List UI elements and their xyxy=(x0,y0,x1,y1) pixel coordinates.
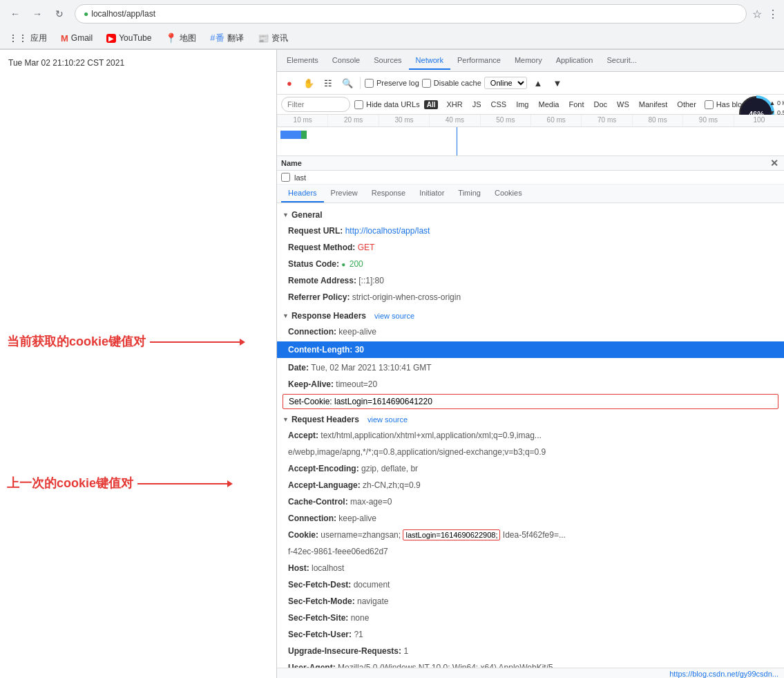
req-cookie-cont-row: f-42ec-9861-feee06ed62d7 xyxy=(277,543,784,560)
req-sec-fetch-site-row: Sec-Fetch-Site: none xyxy=(277,610,784,626)
filter-js[interactable]: JS xyxy=(468,99,486,110)
filter-input[interactable] xyxy=(281,97,350,112)
bookmarks-bar: ⋮⋮ 应用 M Gmail ▶ YouTube 📍 地图 #番 翻译 📰 资讯 xyxy=(0,28,784,49)
export-button[interactable]: ▼ xyxy=(549,75,566,91)
hide-data-urls-checkbox[interactable] xyxy=(354,100,363,109)
status-bar: https://blog.csdn.net/gy99csdn... xyxy=(277,668,784,678)
translate-icon: #番 xyxy=(210,32,224,44)
tab-performance[interactable]: Performance xyxy=(450,52,508,70)
arrow-line-2 xyxy=(137,483,227,484)
req-user-agent-row: User-Agent: Mozilla/5.0 (Windows NT 10.0… xyxy=(277,659,784,668)
tab-console[interactable]: Console xyxy=(325,52,367,70)
filter-font[interactable]: Font xyxy=(564,99,588,110)
hide-data-urls-label[interactable]: Hide data URLs xyxy=(354,100,420,109)
preserve-log-checkbox[interactable] xyxy=(365,79,374,88)
address-bar[interactable]: ● localhost/app/last xyxy=(75,4,747,23)
details-tab-timing[interactable]: Timing xyxy=(451,185,488,203)
details-tabs: Headers Preview Response Initiator Timin… xyxy=(277,185,784,203)
reload-button[interactable]: ↻ xyxy=(50,4,69,23)
filter-manifest[interactable]: Manifest xyxy=(635,99,672,110)
referrer-policy-row: Referrer Policy: strict-origin-when-cros… xyxy=(277,289,784,305)
has-blocked-checkbox[interactable] xyxy=(705,100,714,109)
bookmark-maps[interactable]: 📍 地图 xyxy=(162,31,199,46)
more-icon[interactable]: ⋮ xyxy=(767,8,778,21)
disable-cache-checkbox[interactable] xyxy=(422,79,431,88)
bookmark-icon[interactable]: ☆ xyxy=(752,8,762,21)
tab-application[interactable]: Application xyxy=(549,52,600,70)
tab-elements[interactable]: Elements xyxy=(280,52,325,70)
annotation-current-cookie: 当前获取的cookie键值对 xyxy=(7,333,245,350)
headers-content: General Request URL: http://localhost/ap… xyxy=(277,203,784,668)
request-headers-section: Request Headers view source Accept: text… xyxy=(277,412,784,668)
back-button[interactable]: ← xyxy=(6,4,25,23)
tab-network[interactable]: Network xyxy=(409,52,450,70)
request-url-row: Request URL: http://localhost/app/last xyxy=(277,223,784,239)
record-button[interactable]: ● xyxy=(281,75,298,91)
details-tab-cookies[interactable]: Cookies xyxy=(488,185,529,203)
annotation-text-1: 当前获取的cookie键值对 xyxy=(7,335,146,348)
mark-100ms: 100 xyxy=(734,115,784,126)
filter-ws[interactable]: WS xyxy=(613,99,633,110)
filter-bar: Hide data URLs All XHR JS CSS Img Media … xyxy=(277,95,784,115)
details-tab-initiator[interactable]: Initiator xyxy=(412,185,451,203)
devtools-panel: Elements Console Sources Network Perform… xyxy=(276,50,784,678)
filter-img[interactable]: Img xyxy=(512,99,533,110)
details-tab-headers[interactable]: Headers xyxy=(281,185,324,203)
page-timestamp: Tue Mar 02 21:10:22 CST 2021 xyxy=(8,58,268,68)
bookmark-news[interactable]: 📰 资讯 xyxy=(255,31,291,46)
tab-memory[interactable]: Memory xyxy=(508,52,549,70)
bookmark-apps[interactable]: ⋮⋮ 应用 xyxy=(6,31,50,46)
bookmark-label: 应用 xyxy=(30,32,47,44)
req-sec-fetch-mode-row: Sec-Fetch-Mode: navigate xyxy=(277,593,784,610)
resp-date-row: Date: Tue, 02 Mar 2021 13:10:41 GMT xyxy=(277,359,784,376)
req-accept-encoding-row: Accept-Encoding: gzip, deflate, br xyxy=(277,460,784,477)
filter-doc[interactable]: Doc xyxy=(589,99,611,110)
filter-css[interactable]: CSS xyxy=(487,99,511,110)
details-panel: Headers Preview Response Initiator Timin… xyxy=(277,185,784,678)
bookmark-translate[interactable]: #番 翻译 xyxy=(207,30,246,46)
general-section-title[interactable]: General xyxy=(277,207,784,223)
bookmark-gmail[interactable]: M Gmail xyxy=(58,32,95,45)
request-view-source[interactable]: view source xyxy=(367,415,408,424)
clear-button[interactable]: ✋ xyxy=(300,75,317,91)
response-view-source[interactable]: view source xyxy=(374,312,414,320)
filter-other[interactable]: Other xyxy=(673,99,700,110)
req-accept-cont-row: e/webp,image/apng,*/*;q=0.8,application/… xyxy=(277,444,784,460)
status-url: https://blog.csdn.net/gy99csdn... xyxy=(669,670,778,678)
mark-20ms: 20 ms xyxy=(327,115,378,126)
resp-connection-row: Connection: keep-alive xyxy=(277,323,784,340)
status-code-row: Status Code: ● 200 xyxy=(277,256,784,272)
disable-cache-label[interactable]: Disable cache xyxy=(422,79,481,88)
bookmark-label: YouTube xyxy=(119,33,151,43)
filter-button[interactable]: ☷ xyxy=(320,75,336,91)
throttle-select[interactable]: Online xyxy=(484,77,527,89)
address-protocol: ● xyxy=(84,9,88,19)
maps-icon: 📍 xyxy=(165,32,177,44)
mark-90ms: 90 ms xyxy=(682,115,733,126)
name-column-header: Name xyxy=(281,159,302,167)
details-tab-response[interactable]: Response xyxy=(365,185,413,203)
tab-sources[interactable]: Sources xyxy=(367,52,408,70)
req-sec-fetch-user-row: Sec-Fetch-User: ?1 xyxy=(277,626,784,643)
mark-50ms: 50 ms xyxy=(480,115,530,126)
request-headers-title[interactable]: Request Headers view source xyxy=(277,412,784,427)
bookmark-youtube[interactable]: ▶ YouTube xyxy=(104,32,154,44)
mark-30ms: 30 ms xyxy=(379,115,429,126)
devtools-tabs: Elements Console Sources Network Perform… xyxy=(277,50,784,72)
filter-media[interactable]: Media xyxy=(534,99,563,110)
news-icon: 📰 xyxy=(258,33,269,44)
request-checkbox[interactable] xyxy=(281,173,290,182)
filter-xhr[interactable]: XHR xyxy=(442,99,466,110)
preserve-log-label[interactable]: Preserve log xyxy=(365,79,419,88)
tab-security[interactable]: Securit... xyxy=(600,52,643,70)
nav-bar: ← → ↻ ● localhost/app/last ☆ ⋮ xyxy=(0,0,784,28)
mark-10ms: 10 ms xyxy=(277,115,327,126)
import-button[interactable]: ▲ xyxy=(530,75,546,91)
forward-button[interactable]: → xyxy=(28,4,47,23)
response-headers-title[interactable]: Response Headers view source xyxy=(277,308,784,323)
details-tab-preview[interactable]: Preview xyxy=(324,185,365,203)
request-row-last[interactable]: last xyxy=(277,171,784,185)
details-close-button[interactable]: ✕ xyxy=(770,158,778,169)
search-button[interactable]: 🔍 xyxy=(339,75,356,91)
filter-types: XHR JS CSS Img Media Font Doc WS Manifes… xyxy=(442,99,700,110)
